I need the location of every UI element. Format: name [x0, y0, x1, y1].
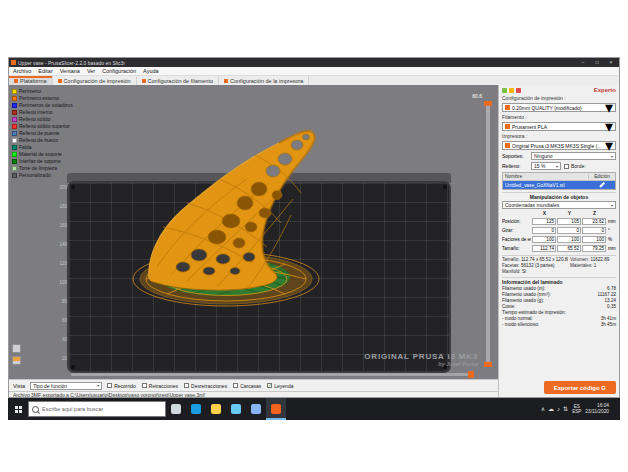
- z-input[interactable]: 100: [582, 236, 606, 243]
- move-slider-handle[interactable]: [468, 371, 474, 378]
- manipulation-row-label: Posición:: [502, 219, 531, 224]
- y-input[interactable]: 0: [557, 227, 581, 234]
- info-label: Materiales:: [570, 263, 592, 268]
- print-settings-select[interactable]: 0.20mm QUALITY (modificado) ▾: [502, 103, 616, 112]
- export-gcode-button[interactable]: Exportar código G: [544, 381, 616, 394]
- preview-3d-canvas[interactable]: Perímetro Perímetro externo Perímetros d…: [9, 85, 498, 379]
- checkbox[interactable]: [142, 383, 147, 388]
- menu-item[interactable]: Ventana: [60, 68, 80, 74]
- editor-view-icon[interactable]: [12, 344, 21, 353]
- checkbox-label: Leyenda: [274, 383, 293, 389]
- tab-icon: [142, 79, 146, 83]
- preset-icon: [505, 124, 510, 129]
- x-input[interactable]: 100: [532, 236, 556, 243]
- bed-ruler: 20018016014012010080604020: [57, 185, 67, 375]
- preview-option[interactable]: Carcasas: [233, 383, 261, 389]
- preview-option[interactable]: Leyenda: [267, 383, 293, 389]
- close-button[interactable]: ×: [605, 58, 617, 67]
- checkbox[interactable]: [107, 383, 112, 388]
- tray-icon[interactable]: ☁: [548, 406, 554, 412]
- language-indicator[interactable]: ES ESP: [572, 404, 581, 415]
- tab-icon: [14, 79, 18, 83]
- mode-expert-icon[interactable]: [516, 88, 521, 93]
- mode-advanced-icon[interactable]: [509, 88, 514, 93]
- preview-option[interactable]: Desretracciones: [184, 383, 227, 389]
- mode-simple-icon[interactable]: [502, 88, 507, 93]
- supports-value: Ninguno: [534, 153, 553, 159]
- legend-color-chip: [12, 89, 17, 94]
- object-row[interactable]: Untitled_vase_GoXNaV1.stl: [503, 181, 615, 189]
- date: 23/11/2020: [585, 409, 609, 414]
- filament-select[interactable]: Prusament PLA ▾: [502, 122, 616, 131]
- tray-icon[interactable]: ∧: [541, 406, 545, 412]
- menu-item[interactable]: Editar: [38, 68, 52, 74]
- store-icon[interactable]: [226, 398, 246, 420]
- app-glyph: [191, 404, 201, 414]
- z-input[interactable]: 79.25: [582, 245, 606, 252]
- infill-select[interactable]: 15 % ▾: [531, 162, 561, 170]
- coordinates-select[interactable]: Coordenadas mundiales ▾: [502, 201, 616, 209]
- maximize-button[interactable]: □: [591, 58, 603, 67]
- z-input[interactable]: 23.62: [582, 218, 606, 225]
- menu-item[interactable]: Configuración: [102, 68, 136, 74]
- window-title: Upper vase - PrusaSlicer-2.2.0 basado en…: [18, 60, 575, 66]
- brim-checkbox[interactable]: [564, 164, 569, 169]
- checkbox[interactable]: [233, 383, 238, 388]
- legend-label: Perímetro: [19, 88, 41, 94]
- app-glyph: [211, 404, 221, 414]
- x-input[interactable]: 112.74: [532, 245, 556, 252]
- layer-slider-lower-handle[interactable]: [484, 362, 492, 367]
- z-input[interactable]: 0: [582, 227, 606, 234]
- task-view-icon[interactable]: [166, 398, 186, 420]
- legend-label: Perímetros de voladizos: [19, 102, 73, 108]
- brim-option[interactable]: Borde:: [564, 163, 586, 169]
- menu-item[interactable]: Archivo: [13, 68, 31, 74]
- start-button[interactable]: [8, 398, 28, 420]
- preview-view-icon[interactable]: [12, 356, 21, 365]
- title-bar[interactable]: Upper vase - PrusaSlicer-2.2.0 basado en…: [9, 58, 619, 67]
- bed-ruler-label: 140: [57, 242, 67, 261]
- y-input[interactable]: 65.52: [557, 245, 581, 252]
- bed-branding-line2: by Josef Prusa: [364, 361, 478, 367]
- chevron-down-icon: ▾: [611, 203, 613, 208]
- checkbox-label: Retracciones: [149, 383, 178, 389]
- checkbox[interactable]: [184, 383, 189, 388]
- mode-label[interactable]: Experto: [594, 87, 616, 93]
- legend-row: Relleno de hueco: [12, 137, 73, 143]
- language-code: ES: [574, 404, 580, 409]
- view-mode-select[interactable]: Tipo de función ▾: [30, 382, 102, 390]
- unit-label: mm: [608, 246, 616, 251]
- mail-icon[interactable]: [246, 398, 266, 420]
- info-label: Tamaño:: [502, 257, 520, 262]
- y-input[interactable]: 105: [557, 218, 581, 225]
- preview-option[interactable]: Recorrido: [107, 383, 136, 389]
- menu-item[interactable]: Ayuda: [143, 68, 159, 74]
- prusaslicer-icon[interactable]: [266, 398, 286, 420]
- supports-select[interactable]: Ninguno ▾: [531, 152, 616, 160]
- object-info: Tamaño: 112.74 x 65.52 x 120.88 Volumen:…: [502, 255, 616, 275]
- minimize-button[interactable]: –: [577, 58, 589, 67]
- layer-slider[interactable]: [486, 101, 490, 367]
- info-label: Facetas:: [502, 263, 520, 268]
- y-input[interactable]: 100: [557, 236, 581, 243]
- tray-icon[interactable]: ⇅: [563, 406, 568, 412]
- layer-slider-upper-handle[interactable]: [484, 101, 492, 106]
- clock[interactable]: 16:04 23/11/2020: [585, 403, 609, 415]
- checkbox[interactable]: [267, 383, 272, 388]
- tray-icon[interactable]: ♪: [557, 406, 560, 412]
- move-slider[interactable]: [71, 373, 474, 376]
- menu-item[interactable]: Ver: [87, 68, 95, 74]
- legend-row: Material de soporte: [12, 151, 73, 157]
- x-input[interactable]: 125: [532, 218, 556, 225]
- printer-select[interactable]: Original Prusa i3 MK3S MK3S Single (modi…: [502, 141, 616, 150]
- legend-label: Relleno sólido: [19, 116, 50, 122]
- edit-icon[interactable]: [589, 184, 615, 186]
- taskbar-search[interactable]: Escribe aquí para buscar: [28, 401, 166, 417]
- sliced-model[interactable]: [127, 107, 359, 319]
- preview-option[interactable]: Retracciones: [142, 383, 178, 389]
- edge-icon[interactable]: [186, 398, 206, 420]
- x-input[interactable]: 0: [532, 227, 556, 234]
- tab-icon: [58, 79, 62, 83]
- mode-selector: Experto: [502, 87, 616, 93]
- file-explorer-icon[interactable]: [206, 398, 226, 420]
